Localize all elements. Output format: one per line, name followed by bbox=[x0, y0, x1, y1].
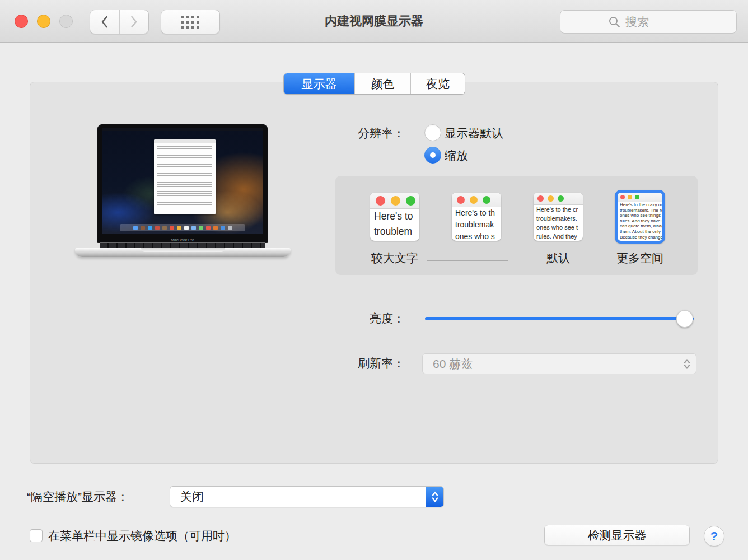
show-mirroring-options-label[interactable]: 在菜单栏中显示镜像选项（可用时） bbox=[48, 529, 236, 543]
dock-app-icon bbox=[162, 226, 167, 230]
macbook-base bbox=[75, 248, 291, 257]
yellow-dot-icon bbox=[628, 195, 632, 199]
mini-titlebar bbox=[452, 193, 501, 207]
yellow-dot-icon bbox=[470, 196, 478, 204]
dock-app-icon bbox=[213, 226, 218, 230]
dock-app-icon bbox=[228, 226, 232, 230]
scaled-option-more-space-selected[interactable]: Here's to the crazy one troublemakers. T… bbox=[615, 190, 665, 244]
refresh-rate-value: 60 赫兹 bbox=[433, 356, 473, 372]
red-dot-icon bbox=[620, 195, 625, 199]
dock-app-icon bbox=[155, 226, 160, 230]
red-dot-icon bbox=[457, 196, 465, 204]
search-input[interactable] bbox=[625, 15, 693, 29]
minimize-window-button[interactable] bbox=[37, 15, 50, 28]
scaled-option-label-larger-text: 较大文字 bbox=[350, 250, 440, 266]
red-dot-icon bbox=[376, 196, 385, 206]
radio-scaled[interactable] bbox=[424, 147, 441, 164]
mini-window-text: Here's to the crazy one troublemakers. T… bbox=[618, 202, 662, 240]
yellow-dot-icon bbox=[548, 195, 554, 202]
search-icon bbox=[609, 16, 620, 28]
scaled-option-larger-text[interactable]: Here's to troublem bbox=[370, 193, 419, 241]
preference-tabs: 显示器 颜色 夜览 bbox=[283, 73, 465, 95]
stepper-chevrons-icon bbox=[431, 489, 440, 504]
green-dot-icon bbox=[406, 196, 415, 206]
help-button[interactable]: ? bbox=[704, 526, 724, 547]
yellow-dot-icon bbox=[391, 196, 400, 206]
scaled-option-label-more-space: 更多空间 bbox=[595, 250, 685, 266]
refresh-rate-label: 刷新率： bbox=[304, 355, 405, 372]
dock-app-icon bbox=[221, 226, 225, 230]
brightness-slider-thumb[interactable] bbox=[676, 310, 693, 328]
mini-titlebar bbox=[618, 193, 662, 202]
brightness-slider-track[interactable] bbox=[425, 317, 694, 320]
dock-app-icon bbox=[141, 226, 145, 230]
scaled-option-label-default: 默认 bbox=[513, 250, 603, 266]
dock-app-icon bbox=[206, 226, 211, 230]
refresh-rate-dropdown[interactable]: 60 赫兹 bbox=[422, 353, 696, 374]
macbook-lid: MacBook Pro bbox=[97, 124, 268, 243]
scaled-option-divider bbox=[427, 260, 508, 261]
mini-window-text: Here's to troublem bbox=[370, 209, 419, 239]
mini-window-text: Here's to th troublemak ones who s bbox=[452, 207, 501, 241]
macbook-preview-image: MacBook Pro bbox=[73, 124, 292, 258]
detect-displays-button[interactable]: 检测显示器 bbox=[544, 525, 690, 545]
dock-app-icon bbox=[177, 226, 181, 230]
tab-color[interactable]: 颜色 bbox=[354, 73, 410, 94]
display-settings-panel: MacBook Pro 分辨率： 显示器默认 缩放 Here's to trou… bbox=[30, 82, 718, 464]
tab-displays[interactable]: 显示器 bbox=[284, 73, 354, 94]
radio-display-default-label[interactable]: 显示器默认 bbox=[445, 125, 503, 142]
macbook-lid-notch bbox=[141, 248, 225, 252]
dock-app-icon bbox=[199, 226, 203, 230]
dock-app-icon bbox=[133, 226, 138, 230]
dock-app-icon bbox=[170, 226, 174, 230]
stepper-chevrons-icon bbox=[682, 357, 691, 371]
mini-titlebar bbox=[534, 193, 583, 205]
scaled-resolution-picker: Here's to troublem Here's to th troublem… bbox=[335, 176, 698, 275]
airplay-display-dropdown[interactable]: 关闭 bbox=[170, 486, 444, 507]
radio-scaled-label[interactable]: 缩放 bbox=[445, 147, 468, 164]
macbook-screen-wallpaper bbox=[102, 128, 263, 234]
back-button[interactable] bbox=[90, 10, 120, 34]
dock-app-icon bbox=[191, 226, 196, 230]
green-dot-icon bbox=[483, 196, 490, 204]
close-window-button[interactable] bbox=[15, 15, 28, 28]
mini-menubar bbox=[102, 128, 263, 131]
search-field[interactable] bbox=[560, 10, 737, 34]
dropdown-stepper-button[interactable] bbox=[426, 487, 443, 507]
airplay-display-value: 关闭 bbox=[180, 489, 204, 505]
show-all-preferences-button[interactable] bbox=[161, 10, 220, 34]
chevron-left-icon bbox=[100, 15, 109, 29]
history-nav-buttons bbox=[90, 10, 149, 34]
zoom-window-button bbox=[59, 15, 73, 28]
window-toolbar: 内建视网膜显示器 bbox=[0, 0, 748, 43]
dock-app-icon bbox=[184, 226, 189, 230]
grid-icon bbox=[181, 16, 199, 29]
mini-titlebar bbox=[370, 193, 419, 209]
scaled-option-2[interactable]: Here's to th troublemak ones who s bbox=[452, 193, 501, 241]
scaled-option-default[interactable]: Here's to the cr troublemakers. ones who… bbox=[534, 193, 583, 241]
tab-night-shift[interactable]: 夜览 bbox=[410, 73, 465, 94]
macbook-model-label: MacBook Pro bbox=[97, 238, 268, 242]
show-mirroring-options-checkbox[interactable] bbox=[30, 529, 43, 542]
mini-window-text: Here's to the cr troublemakers. ones who… bbox=[534, 205, 583, 241]
dock bbox=[120, 224, 245, 231]
forward-button[interactable] bbox=[120, 10, 149, 34]
resolution-label: 分辨率： bbox=[304, 125, 405, 142]
airplay-display-label: “隔空播放”显示器： bbox=[27, 488, 129, 505]
red-dot-icon bbox=[537, 195, 544, 202]
green-dot-icon bbox=[635, 195, 639, 199]
green-dot-icon bbox=[558, 195, 564, 202]
radio-display-default[interactable] bbox=[424, 124, 441, 141]
chevron-right-icon bbox=[130, 15, 138, 29]
mini-window: Here's to the crazy one troublemakers. T… bbox=[618, 193, 662, 240]
mini-textedit-window bbox=[154, 139, 216, 214]
brightness-label: 亮度： bbox=[304, 310, 405, 327]
dock-app-icon bbox=[148, 226, 152, 230]
